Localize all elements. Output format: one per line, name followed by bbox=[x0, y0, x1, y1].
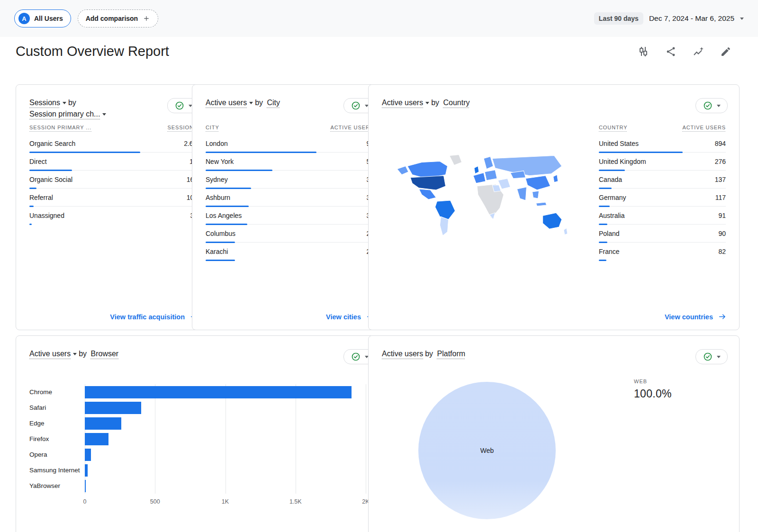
column-header-metric[interactable]: ACTIVE USERS bbox=[331, 125, 374, 130]
table-row: New York 54 bbox=[206, 153, 374, 171]
add-comparison-button[interactable]: Add comparison bbox=[78, 9, 158, 27]
dimension-selector[interactable]: Session primary ch... bbox=[29, 110, 100, 118]
bar bbox=[85, 433, 108, 445]
axis-tick: 1K bbox=[222, 498, 229, 505]
map-region-united-states bbox=[410, 176, 445, 190]
legend-value: 100.0% bbox=[634, 388, 672, 400]
date-range-picker[interactable]: Last 90 days Dec 7, 2024 - Mar 6, 2025 bbox=[594, 12, 744, 25]
dimension-selector[interactable]: Browser bbox=[91, 350, 119, 358]
map-region-united-kingdom bbox=[474, 166, 479, 174]
by-label: by bbox=[68, 99, 76, 107]
view-traffic-acquisition-link[interactable]: View traffic acquisition bbox=[110, 312, 199, 321]
edit-icon[interactable] bbox=[720, 46, 731, 57]
column-header-dimension[interactable]: CITY bbox=[206, 125, 219, 130]
metric-selector[interactable]: Sessions bbox=[29, 99, 60, 107]
row-label: France bbox=[599, 248, 620, 255]
arrow-forward-icon bbox=[718, 312, 727, 321]
metric-selector[interactable]: Active users bbox=[206, 99, 247, 107]
card-active-users-by-city: Active usersby City CITY ACTIVE USERS Lo… bbox=[192, 84, 388, 330]
dimension-selector[interactable]: Platform bbox=[437, 350, 466, 358]
metric-label: Active users bbox=[382, 99, 423, 107]
row-label: Organic Social bbox=[29, 176, 72, 183]
browser-bar-chart: Chrome Safari Edge Firefox Opera Samsung… bbox=[29, 384, 374, 494]
platform-legend: WEB 100.0% bbox=[634, 379, 672, 400]
bar-track bbox=[85, 402, 366, 414]
bar-track bbox=[85, 386, 366, 398]
axis-tick: 0 bbox=[83, 498, 87, 505]
map-regions bbox=[397, 155, 568, 236]
legend-key: WEB bbox=[634, 379, 672, 384]
table-row: Referral 100 bbox=[29, 189, 198, 207]
table-row: Canada 137 bbox=[599, 171, 726, 189]
bar-track bbox=[85, 417, 366, 430]
bar-track bbox=[85, 433, 366, 445]
check-circle-icon bbox=[175, 101, 184, 110]
data-quality-badge[interactable] bbox=[695, 98, 728, 113]
row-label: United States bbox=[599, 140, 639, 147]
map-region-australia bbox=[543, 213, 562, 229]
table-row: Organic Social 164 bbox=[29, 171, 198, 189]
column-header-dimension[interactable]: COUNTRY bbox=[599, 125, 628, 130]
map-region-west-europe bbox=[473, 173, 486, 183]
map-region-scandinavia bbox=[484, 157, 493, 169]
view-link-label: View traffic acquisition bbox=[110, 313, 185, 321]
row-label: Organic Search bbox=[29, 140, 75, 147]
dimension-selector[interactable]: Country bbox=[443, 99, 470, 107]
row-label: United Kingdom bbox=[599, 158, 646, 165]
bar bbox=[85, 449, 91, 461]
map-region-indonesia bbox=[536, 202, 547, 206]
row-label: New York bbox=[206, 158, 234, 165]
data-quality-badge[interactable] bbox=[695, 349, 728, 364]
page-title: Custom Overview Report bbox=[16, 44, 169, 59]
card-sessions-by-channel: Sessionsby Session primary ch... SESSION… bbox=[16, 84, 211, 330]
chart-x-axis: 0 500 1K 1.5K 2K bbox=[85, 498, 366, 508]
table-row: Germany 117 bbox=[599, 189, 726, 207]
table-row: Los Angeles 34 bbox=[206, 207, 374, 225]
bar-label: Opera bbox=[29, 451, 85, 458]
row-value: 82 bbox=[718, 248, 726, 255]
row-value: 894 bbox=[715, 140, 726, 147]
view-cities-link[interactable]: View cities bbox=[326, 312, 375, 321]
bar-label: Samsung Internet bbox=[29, 467, 85, 474]
metric-selector[interactable]: Active users bbox=[382, 350, 423, 358]
chevron-down-icon bbox=[717, 356, 721, 358]
audience-segment-chip[interactable]: A All Users bbox=[14, 9, 71, 27]
table-row: Unassigned 33 bbox=[29, 207, 198, 224]
row-label: Poland bbox=[599, 230, 620, 237]
view-countries-link[interactable]: View countries bbox=[665, 312, 727, 321]
chevron-down-icon bbox=[249, 102, 253, 104]
card-active-users-by-browser: Active usersby Browser Chrome Safari Edg… bbox=[16, 335, 388, 532]
chevron-down-icon bbox=[63, 102, 66, 104]
share-icon[interactable] bbox=[665, 46, 677, 57]
metric-label: Active users bbox=[206, 99, 247, 107]
table-row: London 90 bbox=[206, 135, 374, 153]
card-active-users-by-platform: Active usersby Platform Web WEB 100.0% bbox=[368, 335, 740, 532]
map-region-china bbox=[525, 176, 550, 190]
bar-label: Edge bbox=[29, 420, 85, 427]
column-header-metric[interactable]: ACTIVE USERS bbox=[683, 125, 726, 130]
row-label: Los Angeles bbox=[206, 212, 242, 219]
bar-label: Firefox bbox=[29, 435, 85, 442]
bar-label: YaBrowser bbox=[29, 482, 85, 489]
chevron-down-icon bbox=[717, 105, 721, 107]
row-label: Canada bbox=[599, 176, 622, 183]
check-circle-icon bbox=[703, 352, 713, 361]
pie-slice-label: Web bbox=[480, 447, 494, 454]
by-label: by bbox=[425, 350, 433, 358]
country-table: COUNTRY ACTIVE USERS United States 894 U… bbox=[599, 122, 726, 260]
table-row: France 82 bbox=[599, 243, 726, 260]
column-header-dimension[interactable]: SESSION PRIMARY ... bbox=[29, 125, 91, 130]
dimension-label: Platform bbox=[437, 350, 466, 358]
metric-selector[interactable]: Active users bbox=[29, 350, 71, 358]
axis-tick: 1.5K bbox=[289, 498, 302, 505]
dimension-label: Browser bbox=[91, 350, 119, 358]
metric-selector[interactable]: Active users bbox=[382, 99, 423, 107]
comparison-chart-icon[interactable] bbox=[638, 46, 649, 57]
row-label: Unassigned bbox=[29, 212, 64, 219]
row-value: 137 bbox=[715, 176, 726, 183]
row-value: 117 bbox=[715, 194, 726, 201]
insights-icon[interactable] bbox=[693, 46, 704, 57]
chevron-down-icon bbox=[740, 18, 744, 20]
dimension-selector[interactable]: City bbox=[267, 99, 280, 107]
map-region-alaska bbox=[397, 166, 408, 175]
